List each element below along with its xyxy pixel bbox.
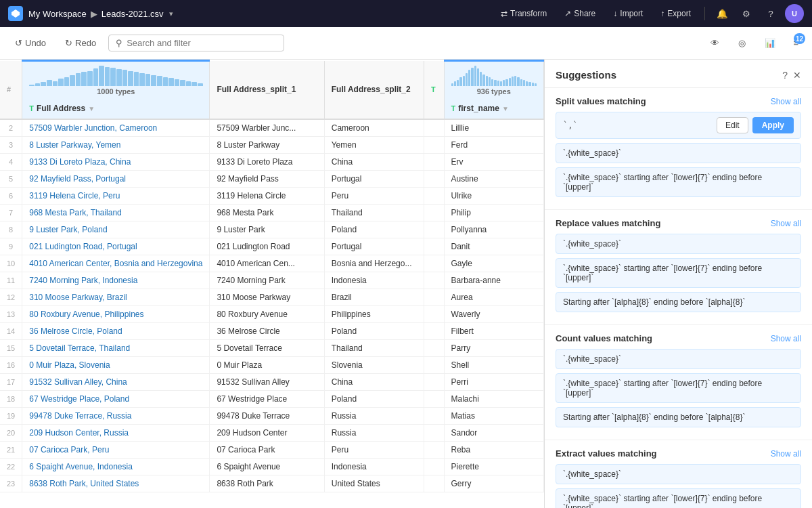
section-split: Split values matching Show all `,` Edit … (545, 88, 812, 210)
show-all-split[interactable]: Show all (771, 97, 801, 106)
row-number: 17 (0, 374, 22, 391)
full-address-cell: 9133 Di Loreto Plaza, China (22, 154, 210, 171)
table-row[interactable]: 3 8 Luster Parkway, Yemen 8 Luster Parkw… (0, 137, 544, 154)
transform-icon: ⇄ (501, 9, 508, 18)
notifications-button[interactable]: 🔔 (712, 3, 732, 24)
split2-cell: Poland (324, 391, 424, 408)
table-row[interactable]: 7 968 Mesta Park, Thailand 968 Mesta Par… (0, 205, 544, 221)
row-number: 16 (0, 357, 22, 374)
filename-link[interactable]: Leads-2021.csv (102, 9, 164, 19)
t-cell (424, 238, 444, 255)
suggestion-item-count_1[interactable]: `.{white_space}` starting after `[lower]… (556, 373, 801, 403)
transform-button[interactable]: ⇄ Transform (494, 5, 554, 22)
steps-button[interactable]: ≡ 12 (788, 35, 804, 51)
table-row[interactable]: 18 67 Westridge Place, Poland 67 Westrid… (0, 391, 544, 408)
table-row[interactable]: 17 91532 Sullivan Alley, China 91532 Sul… (0, 374, 544, 391)
suggestion-text-split_2: `.{white_space}` starting after `[lower]… (563, 173, 762, 192)
table-row[interactable]: 16 0 Muir Plaza, Slovenia 0 Muir Plaza S… (0, 357, 544, 374)
redo-button[interactable]: ↻ Redo (58, 35, 103, 51)
suggestions-close-button[interactable]: ✕ (793, 70, 801, 81)
table-row[interactable]: 21 07 Carioca Park, Peru 07 Carioca Park… (0, 442, 544, 459)
suggestion-item-split_2[interactable]: `.{white_space}` starting after `[lower]… (556, 167, 801, 197)
full-address-cell: 80 Roxbury Avenue, Philippines (22, 306, 210, 323)
eye-icon: 👁 (710, 38, 719, 48)
show-all-replace[interactable]: Show all (771, 219, 801, 228)
row-number: 4 (0, 154, 22, 171)
eye-button[interactable]: 👁 (704, 35, 726, 51)
table-row[interactable]: 15 5 Dovetail Terrace, Thailand 5 Doveta… (0, 340, 544, 357)
share-button[interactable]: ↗ Share (558, 5, 602, 22)
split1-cell: 57509 Warbler Junc... (210, 119, 324, 137)
suggestion-item-extract_0[interactable]: `.{white_space}` (556, 464, 801, 484)
table-row[interactable]: 5 92 Mayfield Pass, Portugal 92 Mayfield… (0, 171, 544, 188)
table-row[interactable]: 12 310 Moose Parkway, Brazil 310 Moose P… (0, 289, 544, 306)
show-all-extract[interactable]: Show all (771, 449, 801, 459)
table-row[interactable]: 20 209 Hudson Center, Russia 209 Hudson … (0, 425, 544, 442)
suggestion-item-count_0[interactable]: `.{white_space}` (556, 349, 801, 369)
data-panel[interactable]: # 1000 types T Full Address ▼ (0, 60, 545, 508)
table-row[interactable]: 9 021 Ludington Road, Portugal 021 Ludin… (0, 238, 544, 255)
split2-cell: Philippines (324, 306, 424, 323)
table-row[interactable]: 2 57509 Warbler Junction, Cameroon 57509… (0, 119, 544, 137)
col-header-full-address[interactable]: 1000 types T Full Address ▼ (22, 61, 210, 120)
share-label: Share (574, 9, 595, 18)
row-number: 6 (0, 188, 22, 205)
search-input[interactable] (127, 38, 277, 48)
col-header-t[interactable]: T (424, 61, 444, 120)
import-button[interactable]: ↓ Import (606, 5, 650, 22)
suggestion-text-split_0: `,` (563, 121, 578, 130)
chart-icon: 📊 (765, 38, 775, 48)
show-all-count[interactable]: Show all (771, 334, 801, 343)
full-address-cell: 021 Ludington Road, Portugal (22, 238, 210, 255)
table-row[interactable]: 10 4010 American Center, Bosnia and Herz… (0, 255, 544, 272)
table-row[interactable]: 22 6 Spaight Avenue, Indonesia 6 Spaight… (0, 459, 544, 475)
edit-button[interactable]: Edit (717, 117, 748, 133)
suggestion-item-count_2[interactable]: Starting after `[alpha]{8}` ending befor… (556, 407, 801, 427)
suggestion-text-split_1: `.{white_space}` (563, 148, 621, 158)
chart-button[interactable]: 📊 (758, 35, 782, 51)
suggestions-help-button[interactable]: ? (782, 70, 788, 81)
suggestion-item-split_1[interactable]: `.{white_space}` (556, 143, 801, 163)
col-header-split1[interactable]: Full Address_split_1 (210, 61, 324, 120)
first-name-cell: Reba (444, 442, 543, 459)
first-name-cell: Shell (444, 357, 543, 374)
target-button[interactable]: ◎ (731, 35, 752, 51)
split2-cell: Yemen (324, 137, 424, 154)
t-cell (424, 357, 444, 374)
row-number: 18 (0, 391, 22, 408)
t-cell (424, 442, 444, 459)
col-header-first-name[interactable]: 936 types T first_name ▼ (444, 61, 543, 120)
split2-cell: Indonesia (324, 272, 424, 289)
suggestion-item-replace_2[interactable]: Starting after `[alpha]{8}` ending befor… (556, 292, 801, 312)
suggestion-item-replace_1[interactable]: `.{white_space}` starting after `[lower]… (556, 258, 801, 288)
search-box[interactable]: ⚲ (108, 35, 284, 51)
suggestion-item-replace_0[interactable]: `.{white_space}` (556, 234, 801, 254)
workspace-link[interactable]: My Workspace (28, 9, 87, 19)
suggestion-item-extract_1[interactable]: `.{white_space}` starting after `[lower]… (556, 488, 801, 508)
table-row[interactable]: 11 7240 Morning Park, Indonesia 7240 Mor… (0, 272, 544, 289)
table-row[interactable]: 4 9133 Di Loreto Plaza, China 9133 Di Lo… (0, 154, 544, 171)
undo-button[interactable]: ↺ Undo (8, 35, 53, 51)
full-address-cell: 91532 Sullivan Alley, China (22, 374, 210, 391)
table-row[interactable]: 6 3119 Helena Circle, Peru 3119 Helena C… (0, 188, 544, 205)
table-row[interactable]: 19 99478 Duke Terrace, Russia 99478 Duke… (0, 408, 544, 425)
split1-cell: 5 Dovetail Terrace (210, 340, 324, 357)
split2-cell: Russia (324, 425, 424, 442)
table-row[interactable]: 8 9 Luster Park, Poland 9 Luster Park Po… (0, 221, 544, 238)
help-button[interactable]: ? (761, 3, 781, 24)
undo-icon: ↺ (15, 38, 22, 48)
col-header-split2[interactable]: Full Address_split_2 (324, 61, 424, 120)
settings-button[interactable]: ⚙ (736, 3, 757, 24)
filename-dropdown-icon[interactable]: ▾ (169, 9, 173, 18)
table-row[interactable]: 13 80 Roxbury Avenue, Philippines 80 Rox… (0, 306, 544, 323)
t-cell (424, 171, 444, 188)
split1-cell: 92 Mayfield Pass (210, 171, 324, 188)
table-row[interactable]: 23 8638 Roth Park, United States 8638 Ro… (0, 475, 544, 492)
export-button[interactable]: ↑ Export (654, 5, 698, 22)
apply-button[interactable]: Apply (752, 117, 794, 133)
suggestion-text-count_1: `.{white_space}` starting after `[lower]… (563, 379, 762, 398)
section-title-replace: Replace values matching (556, 218, 660, 228)
user-avatar[interactable]: U (785, 4, 804, 23)
t-cell (424, 137, 444, 154)
table-row[interactable]: 14 36 Melrose Circle, Poland 36 Melrose … (0, 323, 544, 340)
